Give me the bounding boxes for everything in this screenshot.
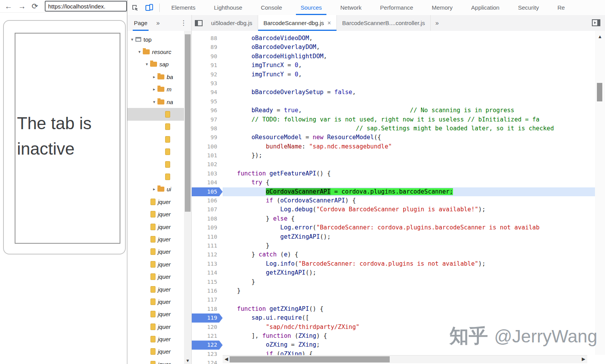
code-text[interactable] [223, 79, 595, 88]
line-number[interactable]: 100 [192, 142, 223, 151]
tree-item-jquer[interactable]: jquer [127, 246, 184, 258]
line-number[interactable]: 97 [192, 115, 223, 124]
line-number[interactable]: 109 [192, 223, 223, 232]
code-text[interactable]: function getZXingAPI() { [223, 305, 595, 313]
collapse-arrow-icon[interactable]: ▸ [152, 187, 157, 192]
code-text[interactable]: } [223, 278, 595, 286]
tab-security[interactable]: Security [509, 0, 548, 15]
code-text[interactable]: } catch (e) { [223, 250, 595, 259]
code-text[interactable]: bundleName: "sap.ndc.messagebundle" [223, 142, 595, 151]
line-number[interactable]: 88 [192, 34, 223, 43]
code-text[interactable]: if (oCordovaScannerAPI) { [223, 196, 595, 205]
line-number[interactable]: 114 [192, 268, 223, 277]
tab-network[interactable]: Network [331, 0, 371, 15]
navigator-page-tab[interactable]: Page [133, 15, 149, 31]
line-number[interactable]: 101 [192, 151, 223, 160]
tab-performance[interactable]: Performance [371, 0, 422, 15]
code-text[interactable]: bBarcodeOverlaySetup = false, [223, 88, 595, 97]
code-text[interactable]: oBarcodeHighlightDOM, [223, 52, 595, 61]
line-number[interactable]: 104 [192, 178, 223, 187]
line-number[interactable]: 91 [192, 61, 223, 70]
forward-button[interactable]: → [18, 2, 26, 10]
close-tab-icon[interactable]: × [328, 20, 331, 27]
tree-item-file[interactable] [127, 158, 184, 170]
line-number[interactable]: 115 [192, 278, 223, 286]
expand-arrow-icon[interactable]: ▾ [152, 99, 157, 104]
code-text[interactable]: Log.error("BarcodeScanner: cordova.plugi… [223, 223, 595, 232]
tab-memory[interactable]: Memory [422, 0, 462, 15]
navigator-scrollbar-thumb[interactable] [185, 34, 191, 212]
code-text[interactable]: try { [223, 178, 595, 187]
tab-sources[interactable]: Sources [291, 0, 331, 15]
vertical-scrollbar-thumb[interactable] [597, 83, 602, 101]
line-number[interactable]: 111 [192, 241, 223, 250]
back-button[interactable]: ← [5, 2, 12, 10]
tab-console[interactable]: Console [252, 0, 291, 15]
tree-item-ui[interactable]: ▸ui [127, 183, 184, 195]
tree-item-jquer[interactable]: jquer [127, 195, 184, 208]
breakpoint-marker[interactable]: 105 [192, 187, 223, 196]
code-text[interactable] [223, 160, 595, 169]
scroll-up-icon[interactable]: ▲ [595, 34, 605, 39]
code-text[interactable]: oZXing = ZXing; [223, 340, 595, 349]
navigator-menu-kebab-icon[interactable]: ⋮ [180, 19, 187, 27]
line-number[interactable]: 103 [192, 169, 223, 178]
code-text[interactable]: } [223, 286, 595, 295]
code-text[interactable]: // sap.Settings might be loaded later, s… [223, 124, 595, 133]
breakpoint-marker[interactable]: 122 [192, 340, 223, 349]
tree-item-m[interactable]: ▸m [127, 83, 184, 96]
line-number[interactable]: 112 [192, 250, 223, 259]
reload-button[interactable]: ⟳ [32, 2, 38, 10]
tree-item-file[interactable] [127, 170, 184, 183]
code-text[interactable]: } [223, 241, 595, 250]
code-text[interactable]: oBarcodeOverlayDOM, [223, 43, 595, 52]
tree-item-ba[interactable]: ▸ba [127, 71, 184, 83]
tree-item-jquer[interactable]: jquer [127, 358, 184, 364]
url-input[interactable]: https://localhost/index. [45, 1, 127, 12]
inspect-icon[interactable] [131, 4, 139, 12]
code-text[interactable]: Log.debug("Cordova BarcodeScanner plugin… [223, 205, 595, 214]
line-number[interactable]: 93 [192, 79, 223, 88]
tree-item-jquer[interactable]: jquer [127, 233, 184, 245]
tree-item-file[interactable] [127, 108, 184, 120]
code-text[interactable]: } else { [223, 214, 595, 223]
code-text[interactable]: "sap/ndc/thirdparty/ZXing" [223, 323, 595, 332]
breakpoint-marker[interactable]: 119 [192, 313, 223, 322]
line-number[interactable]: 110 [192, 233, 223, 241]
code-text[interactable]: // TODO: following var is not used, righ… [223, 115, 595, 124]
expand-arrow-icon[interactable]: ▾ [144, 62, 149, 67]
code-text[interactable] [223, 97, 595, 106]
navigator-scroll-down-icon[interactable]: ▼ [184, 358, 191, 363]
tree-item-file[interactable] [127, 121, 184, 133]
tree-item-jquer[interactable]: jquer [127, 345, 184, 358]
line-number[interactable]: 107 [192, 205, 223, 214]
horizontal-scrollbar-thumb[interactable] [230, 356, 390, 362]
code-text[interactable]: bReady = true, // No scanning is in prog… [223, 106, 595, 115]
tree-item-jquer[interactable]: jquer [127, 270, 184, 283]
editor-horizontal-scrollbar[interactable]: ◀ ▶ [223, 355, 587, 363]
tree-item-file[interactable] [127, 133, 184, 145]
collapse-arrow-icon[interactable]: ▸ [152, 74, 157, 79]
line-number[interactable]: 123 [192, 350, 223, 359]
tree-item-file[interactable] [127, 146, 184, 158]
tab-application[interactable]: Application [462, 0, 509, 15]
line-number[interactable]: 108 [192, 214, 223, 223]
editor-tab-ui5loader-dbg.js[interactable]: ui5loader-dbg.js [206, 15, 258, 31]
tab-re[interactable]: Re [548, 0, 574, 15]
tab-elements[interactable]: Elements [162, 0, 205, 15]
editor-vertical-scrollbar[interactable]: ▲ [595, 31, 605, 355]
tree-item-jquer[interactable]: jquer [127, 320, 184, 333]
code-text[interactable]: getZXingAPI(); [223, 268, 595, 277]
editor-tabs-overflow-chevron[interactable]: » [431, 20, 443, 27]
code-text[interactable]: imgTruncY = 0, [223, 70, 595, 79]
toggle-debugger-sidebar-icon[interactable] [592, 19, 600, 28]
line-number[interactable]: 118 [192, 305, 223, 313]
line-number[interactable]: 94 [192, 88, 223, 97]
code-text[interactable] [223, 295, 595, 304]
line-number[interactable]: 117 [192, 295, 223, 304]
code-text[interactable]: oBarcodeVideoDOM, [223, 34, 595, 43]
code-text[interactable]: getZXingAPI(); [223, 233, 595, 241]
code-text[interactable]: }); [223, 151, 595, 160]
navigator-toggle-icon[interactable] [192, 15, 206, 31]
line-number[interactable]: 90 [192, 52, 223, 61]
